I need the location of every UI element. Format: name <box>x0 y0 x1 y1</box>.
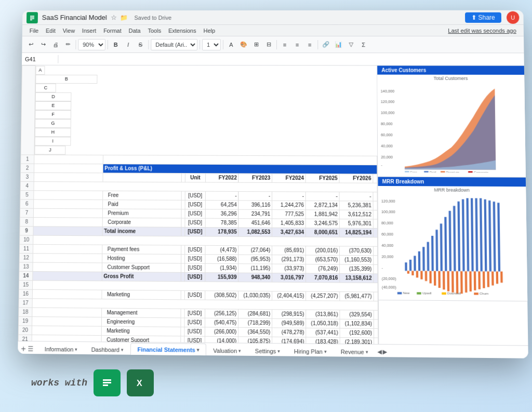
avatar[interactable]: U <box>507 11 520 23</box>
tab-prev-button[interactable]: ◀ <box>377 348 381 355</box>
separator-1 <box>75 39 76 49</box>
bar-churn-12 <box>456 271 459 294</box>
tab-revenue[interactable]: Revenue ▾ <box>334 344 375 358</box>
bar-churn-4 <box>420 271 422 279</box>
active-customers-svg: 140,000 120,000 100,000 80,000 60,000 40… <box>379 84 523 172</box>
share-button[interactable]: ⬆ Share <box>465 12 501 22</box>
mrr-breakdown-chart: 120,000 100,000 80,000 60,000 40,000 20,… <box>378 193 528 301</box>
fill-color-button[interactable]: 🎨 <box>238 39 249 50</box>
menu-edit[interactable]: Edit <box>43 28 59 34</box>
svg-text:40,000: 40,000 <box>381 143 393 148</box>
bar-churn-11 <box>451 271 454 293</box>
bar-churn-14 <box>465 271 468 293</box>
strikethrough-button[interactable]: S <box>135 39 146 50</box>
borders-button[interactable]: ⊞ <box>250 39 262 50</box>
menu-format[interactable]: Format <box>100 28 125 34</box>
tab-information[interactable]: Information ▾ <box>38 342 85 356</box>
svg-text:X: X <box>137 379 142 388</box>
insert-chart[interactable]: 📊 <box>332 39 344 50</box>
separator-3 <box>148 40 149 49</box>
col-c[interactable]: C <box>35 83 56 92</box>
align-center[interactable]: ≡ <box>291 39 303 50</box>
svg-text:Corporate: Corporate <box>474 170 489 172</box>
svg-text:New: New <box>403 291 409 295</box>
corner-cell <box>21 65 35 154</box>
align-left[interactable]: ≡ <box>279 39 290 50</box>
bar-new-16 <box>471 198 474 271</box>
separator-4 <box>200 40 200 49</box>
svg-text:80,000: 80,000 <box>381 220 393 225</box>
last-edit[interactable]: Last edit was seconds ago <box>445 27 520 33</box>
tab-valuation[interactable]: Valuation ▾ <box>206 343 248 358</box>
menu-extensions[interactable]: Extensions <box>165 28 200 34</box>
tab-hiring-plan[interactable]: Hiring Plan ▾ <box>287 344 334 358</box>
folder-icon[interactable]: 📁 <box>121 14 128 21</box>
bar-new-13 <box>457 202 460 271</box>
works-with-section: works with X <box>31 369 154 396</box>
legend-premium <box>441 171 445 172</box>
col-b[interactable]: B <box>35 74 97 83</box>
text-color-button[interactable]: A <box>225 39 237 50</box>
menu-help[interactable]: Help <box>201 28 219 34</box>
svg-rect-4 <box>30 19 32 20</box>
formula-button[interactable]: Σ <box>358 39 369 50</box>
tab-next-button[interactable]: ▶ <box>383 349 387 356</box>
separator-2 <box>108 39 108 49</box>
bar-new-12 <box>453 206 456 271</box>
col-a[interactable]: A <box>35 65 45 74</box>
doc-title: SaaS Financial Model <box>42 14 107 21</box>
star-icon[interactable]: ☆ <box>111 14 117 21</box>
spreadsheet-table: A B C D E F G H I J 1 <box>18 65 379 344</box>
col-i[interactable]: I <box>35 137 71 145</box>
col-h[interactable]: H <box>35 128 71 137</box>
col-d[interactable]: D <box>35 92 72 101</box>
svg-text:100,000: 100,000 <box>381 111 395 115</box>
tab-nav-buttons: ◀ ▶ <box>377 348 387 355</box>
col-g[interactable]: G <box>35 119 71 128</box>
bar-new-19 <box>484 199 487 271</box>
filter-button[interactable]: ▽ <box>345 39 356 50</box>
tab-dashboard[interactable]: Dashboard ▾ <box>84 342 130 357</box>
sheet-list-button[interactable]: ☰ <box>28 345 34 353</box>
svg-text:Churn: Churn <box>480 291 489 295</box>
tab-settings[interactable]: Settings ▾ <box>248 343 287 358</box>
formula-input[interactable] <box>60 56 521 62</box>
bar-churn-7 <box>434 271 436 285</box>
menu-view[interactable]: View <box>60 28 78 34</box>
italic-button[interactable]: I <box>123 39 134 50</box>
google-sheets-icon <box>94 369 121 396</box>
mrr-breakdown-section: MRR Breakdown MRR breakdown 120,000 100,… <box>378 177 527 301</box>
font-select[interactable]: Default (Ari... <box>151 39 197 50</box>
col-j[interactable]: J <box>34 145 65 154</box>
paint-format-button[interactable]: ✏ <box>62 38 74 50</box>
bold-button[interactable]: B <box>110 38 122 50</box>
menu-file[interactable]: File <box>26 28 42 34</box>
col-e[interactable]: E <box>35 101 72 110</box>
bar-new-2 <box>409 260 411 271</box>
active-customers-section: Active Customers Total Customers 140,000… <box>377 65 526 177</box>
svg-text:Paid: Paid <box>430 170 436 173</box>
print-button[interactable]: 🖨 <box>50 38 61 50</box>
bar-churn-18 <box>483 271 485 288</box>
redo-button[interactable]: ↪ <box>37 38 49 50</box>
col-f[interactable]: F <box>35 110 71 118</box>
active-customers-chart: 140,000 120,000 100,000 80,000 60,000 40… <box>377 82 525 177</box>
tab-financial-statements[interactable]: Financial Statements ▾ <box>130 343 206 357</box>
menu-tools[interactable]: Tools <box>145 28 165 34</box>
undo-button[interactable]: ↩ <box>25 38 36 50</box>
zoom-select[interactable]: 90% <box>78 38 105 50</box>
menu-data[interactable]: Data <box>126 28 144 34</box>
active-customers-subtitle: Total Customers <box>377 75 524 83</box>
legend-corporate <box>468 171 473 173</box>
bar-new-22 <box>497 203 500 271</box>
cell-reference[interactable]: G41 <box>25 56 56 62</box>
svg-text:Free: Free <box>410 170 418 172</box>
merge-button[interactable]: ⊟ <box>263 39 274 50</box>
add-sheet-button[interactable]: + <box>21 344 26 353</box>
separator-7 <box>317 40 318 49</box>
bar-new-18 <box>480 198 483 271</box>
insert-link[interactable]: 🔗 <box>320 39 331 50</box>
menu-insert[interactable]: Insert <box>79 28 99 34</box>
font-size-select[interactable]: 10 <box>202 39 221 50</box>
align-right[interactable]: ≡ <box>304 39 315 50</box>
